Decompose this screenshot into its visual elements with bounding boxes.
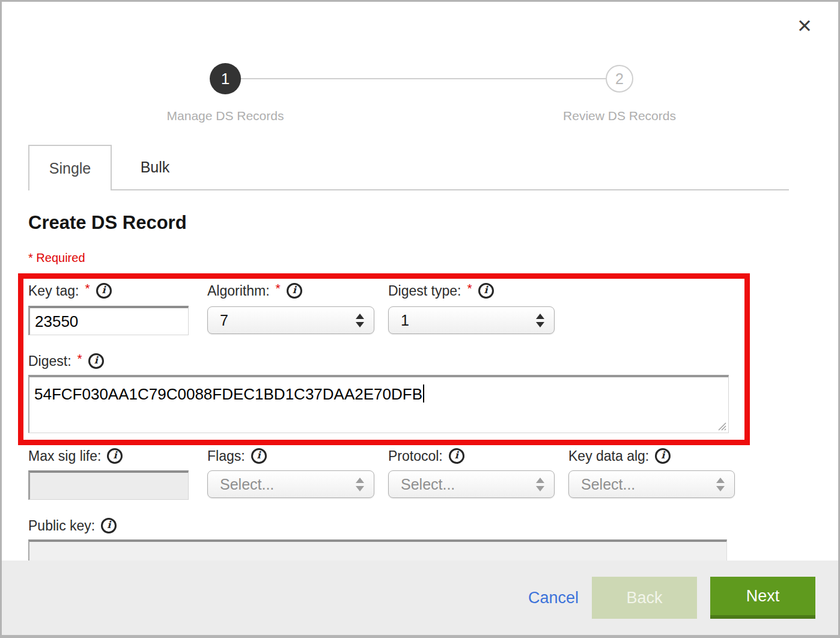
step-2-circle: 2: [606, 65, 633, 93]
select-arrows-icon: [356, 314, 364, 327]
text-cursor: [423, 384, 424, 403]
digest-type-label: Digest type: * i: [388, 282, 494, 300]
select-arrows-icon: [536, 314, 544, 327]
info-icon[interactable]: i: [101, 518, 117, 533]
close-icon: ✕: [797, 17, 812, 35]
protocol-select-value: Select...: [401, 476, 455, 493]
info-icon[interactable]: i: [449, 448, 464, 464]
step-1-number: 1: [221, 70, 230, 88]
info-icon[interactable]: i: [96, 283, 112, 299]
stepper-connector-line: [240, 78, 606, 79]
step-2-label: Review DS Records: [523, 109, 716, 123]
step-1-label: Manage DS Records: [129, 109, 321, 123]
key-tag-input[interactable]: [28, 306, 189, 335]
required-asterisk: *: [78, 351, 82, 366]
info-icon[interactable]: i: [88, 353, 104, 369]
next-button[interactable]: Next: [710, 577, 815, 619]
protocol-select[interactable]: Select...: [388, 470, 555, 498]
select-arrows-icon: [356, 478, 364, 491]
protocol-label: Protocol: i: [388, 447, 464, 465]
max-sig-life-label: Max sig life: i: [28, 447, 123, 465]
digest-value: 54FCF030AA1C79C0088FDEC1BD1C37DAA2E70DFB: [34, 385, 422, 403]
info-icon[interactable]: i: [107, 448, 123, 464]
info-icon[interactable]: i: [478, 283, 494, 299]
public-key-label: Public key: i: [28, 517, 117, 535]
flags-select-value: Select...: [220, 476, 274, 493]
digest-label: Digest: * i: [28, 352, 104, 370]
step-2-number: 2: [615, 70, 624, 88]
tab-single[interactable]: Single: [28, 145, 112, 190]
info-icon[interactable]: i: [287, 283, 302, 299]
digest-textarea[interactable]: 54FCF030AA1C79C0088FDEC1BD1C37DAA2E70DFB: [28, 375, 729, 433]
resize-handle-icon[interactable]: [716, 421, 726, 431]
select-arrows-icon: [536, 478, 544, 491]
digest-type-select-value: 1: [401, 312, 409, 329]
page-title: Create DS Record: [28, 212, 187, 234]
required-asterisk: *: [276, 281, 281, 296]
step-1-circle: 1: [210, 63, 241, 94]
flags-select[interactable]: Select...: [207, 470, 374, 498]
modal-footer: Cancel Back Next: [2, 561, 838, 635]
cancel-link[interactable]: Cancel: [528, 589, 579, 607]
select-arrows-icon: [716, 478, 725, 491]
close-button[interactable]: ✕: [794, 15, 815, 37]
key-data-alg-select[interactable]: Select...: [568, 470, 735, 498]
required-asterisk: *: [85, 281, 90, 296]
algorithm-select-value: 7: [220, 312, 228, 329]
required-asterisk: *: [467, 281, 472, 296]
key-tag-label: Key tag: * i: [28, 282, 112, 300]
flags-label: Flags: i: [207, 447, 267, 465]
algorithm-select[interactable]: 7: [207, 306, 374, 334]
info-icon[interactable]: i: [655, 448, 671, 464]
tab-strip: Single Bulk: [28, 145, 789, 190]
tab-bulk[interactable]: Bulk: [112, 145, 198, 189]
create-ds-record-modal: ✕ 1 2 Manage DS Records Review DS Record…: [0, 0, 840, 638]
tab-bulk-label: Bulk: [141, 159, 170, 176]
tab-single-label: Single: [49, 160, 91, 177]
algorithm-label: Algorithm: * i: [207, 282, 302, 300]
info-icon[interactable]: i: [251, 448, 267, 464]
back-button[interactable]: Back: [592, 577, 697, 619]
required-note: * Required: [28, 251, 85, 265]
key-data-alg-select-value: Select...: [581, 476, 635, 493]
key-data-alg-label: Key data alg: i: [568, 447, 671, 465]
max-sig-life-input[interactable]: [28, 470, 189, 500]
digest-type-select[interactable]: 1: [388, 306, 555, 334]
